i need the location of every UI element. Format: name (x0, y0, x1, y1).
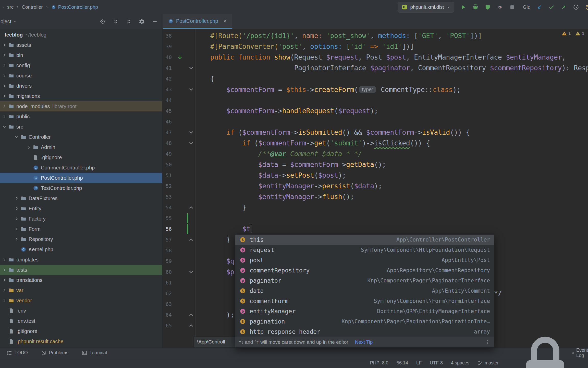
tree-item-repository[interactable]: Repository (0, 234, 162, 244)
chevron-right-icon[interactable] (2, 83, 7, 89)
implementation-arrow-icon[interactable] (177, 54, 183, 61)
tree-item-node-modules[interactable]: node_moduleslibrary root (0, 101, 162, 111)
code-line[interactable]: $data = $commentForm->getData(); (195, 159, 588, 170)
code-line[interactable]: $t (195, 224, 588, 234)
chevron-right-icon[interactable] (2, 42, 7, 48)
code-line[interactable]: #[Route('/post/{id1}', name: 'post_show'… (195, 30, 588, 41)
update-project-button[interactable] (536, 4, 543, 10)
chevron-right-icon[interactable] (2, 257, 7, 262)
rollback-button[interactable] (585, 4, 588, 10)
fold-up-icon[interactable] (188, 236, 194, 243)
gutter-line[interactable]: 38 (162, 30, 195, 41)
gutter-line[interactable]: 57 (162, 234, 195, 245)
code-line[interactable] (195, 116, 588, 127)
code-line[interactable]: { (195, 73, 588, 84)
gutter-line[interactable]: 43 (162, 84, 195, 95)
code-line[interactable]: $entityManager->flush(); (195, 191, 588, 202)
breadcrumb-item[interactable]: src (7, 4, 14, 10)
tree-item-controller[interactable]: Controller (0, 132, 162, 142)
tree-item-src[interactable]: src (0, 122, 162, 132)
expand-all-button[interactable] (113, 18, 119, 25)
gutter-line[interactable]: 42 (162, 73, 195, 84)
tree-item-entity[interactable]: Entity (0, 203, 162, 214)
tree-item-kernel-php[interactable]: CKernel.php (0, 244, 162, 255)
gutter-line[interactable]: 41 (162, 63, 195, 73)
gutter-line[interactable]: 46 (162, 116, 195, 127)
completion-item-post[interactable]: ppostApp\Entity\Post (235, 255, 494, 265)
toolwindow-problems-button[interactable]: Problems (41, 350, 68, 356)
chevron-right-icon[interactable] (2, 277, 7, 283)
gutter-line[interactable]: 44 (162, 95, 195, 106)
project-panel-title[interactable]: oject (0, 19, 17, 25)
tree-item-datafixtures[interactable]: DataFixtures (0, 193, 162, 203)
tree-item-course[interactable]: course (0, 71, 162, 81)
file-encoding[interactable]: UTF-8 (430, 360, 443, 366)
collapse-all-button[interactable] (126, 18, 132, 25)
chevron-right-icon[interactable] (2, 288, 7, 293)
completion-item-pagination[interactable]: $paginationKnp\Component\Pager\Paginatio… (235, 316, 494, 327)
tree-item-templates[interactable]: templates (0, 255, 162, 265)
gutter-line[interactable]: 54 (162, 202, 195, 213)
run-config-select[interactable]: phpunit.xml.dist (398, 2, 454, 13)
gutter-line[interactable]: 64 (162, 309, 195, 320)
chevron-right-icon[interactable] (2, 52, 7, 58)
gutter-line[interactable]: 63 (162, 299, 195, 309)
gutter-line[interactable]: 50 (162, 159, 195, 170)
tree-item--gitignore[interactable]: .gitignore (0, 152, 162, 163)
chevron-down-icon[interactable] (2, 124, 7, 130)
gutter-line[interactable]: 39 (162, 41, 195, 52)
code-line[interactable]: $data->setPost($post); (195, 170, 588, 181)
completion-item-this[interactable]: $thisApp\Controller\PostController (235, 235, 494, 245)
fold-down-icon[interactable] (188, 65, 194, 71)
push-button[interactable] (560, 4, 567, 10)
tree-item-testcontroller-php[interactable]: CTestController.php (0, 183, 162, 193)
code-line[interactable]: #[ParamConverter('post', options: ['id' … (195, 41, 588, 52)
completion-item-commentRepository[interactable]: pcommentRepositoryApp\Repository\Comment… (235, 265, 494, 275)
gutter-line[interactable]: 61 (162, 277, 195, 288)
close-icon[interactable] (222, 19, 227, 24)
chevron-right-icon[interactable] (14, 226, 19, 232)
code-line[interactable]: public function show(Request $request, P… (195, 52, 588, 63)
chevron-right-icon[interactable] (2, 267, 7, 273)
indent-style[interactable]: 4 spaces (451, 360, 469, 366)
tree-item-vendor[interactable]: vendor (0, 295, 162, 306)
code-line[interactable]: PaginatorInterface $paginator, CommentRe… (195, 63, 588, 73)
chevron-down-icon[interactable] (14, 134, 19, 140)
fold-down-icon[interactable] (188, 129, 194, 136)
settings-button[interactable] (139, 18, 145, 25)
completion-item-data[interactable]: $dataApp\Entity\Comment (235, 286, 494, 296)
run-with-coverage-button[interactable] (484, 4, 491, 10)
completion-item-paginator[interactable]: ppaginatorKnp\Component\Pager\PaginatorI… (235, 275, 494, 286)
tree-item--phpunit-result-cache[interactable]: .phpunit.result.cache (0, 336, 162, 347)
fold-down-icon[interactable] (188, 86, 194, 93)
run-button[interactable] (460, 4, 467, 10)
toolwindow-todo-button[interactable]: TODO (7, 350, 28, 356)
code-line[interactable]: } (195, 202, 588, 213)
chevron-right-icon[interactable] (14, 206, 19, 211)
chevron-right-icon[interactable] (2, 103, 7, 109)
gutter-line[interactable]: 56 (162, 224, 195, 234)
tree-item-commentcontroller-php[interactable]: CCommentController.php (0, 163, 162, 173)
code-line[interactable] (195, 213, 588, 224)
chevron-right-icon[interactable] (2, 63, 7, 68)
commit-button[interactable] (548, 4, 555, 10)
gutter-line[interactable]: 62 (162, 288, 195, 299)
breadcrumb-item[interactable]: CPostController.php (51, 4, 98, 10)
gutter-line[interactable]: 55 (162, 213, 195, 224)
chevron-right-icon[interactable] (2, 93, 7, 99)
stop-button[interactable] (509, 4, 516, 10)
tree-item-config[interactable]: config (0, 60, 162, 71)
tree-item-factory[interactable]: Factory (0, 214, 162, 224)
gutter-line[interactable]: 58 (162, 245, 195, 256)
chevron-right-icon[interactable] (2, 114, 7, 119)
tree-item-public[interactable]: public (0, 111, 162, 122)
tree-item-migrations[interactable]: migrations (0, 91, 162, 101)
tree-item-drivers[interactable]: drivers (0, 81, 162, 91)
tree-item-var[interactable]: var (0, 285, 162, 295)
tree-item-postcontroller-php[interactable]: CPostController.php (0, 173, 162, 183)
gutter-line[interactable]: 51 (162, 170, 195, 181)
gutter-line[interactable]: 53 (162, 191, 195, 202)
chevron-right-icon[interactable] (14, 236, 19, 242)
fold-up-icon[interactable] (188, 312, 194, 318)
fold-down-icon[interactable] (188, 269, 194, 275)
